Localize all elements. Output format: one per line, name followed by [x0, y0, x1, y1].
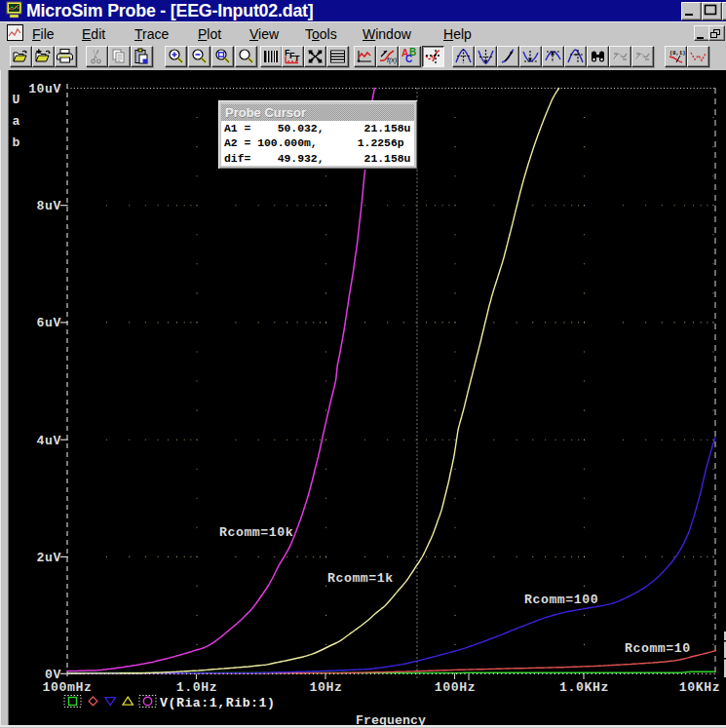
svg-text:Rcomm=10: Rcomm=10	[625, 641, 691, 656]
svg-text:Rcomm=1k: Rcomm=1k	[327, 571, 394, 586]
svg-text:(0,1): (0,1)	[669, 50, 685, 57]
svg-text:a: a	[13, 114, 20, 129]
svg-text:U: U	[13, 93, 20, 107]
svg-text:10Hz: 10Hz	[310, 680, 343, 695]
svg-text:10KHz: 10KHz	[679, 680, 720, 695]
svg-text:Rcomm=100: Rcomm=100	[524, 593, 598, 607]
svg-text:6uV: 6uV	[37, 316, 61, 330]
svg-text:100Hz: 100Hz	[435, 680, 476, 695]
svg-text:1.0KHz: 1.0KHz	[559, 680, 609, 695]
svg-text:f(x): f(x)	[387, 57, 397, 64]
svg-text:T: T	[294, 54, 300, 63]
svg-text:1.0Hz: 1.0Hz	[176, 680, 217, 695]
svg-text:8uV: 8uV	[37, 199, 61, 213]
svg-text:V(Ria:1,Rib:1): V(Ria:1,Rib:1)	[160, 696, 276, 710]
svg-text:C: C	[405, 54, 412, 64]
svg-text:b: b	[13, 135, 20, 150]
svg-text:2uV: 2uV	[37, 551, 61, 565]
svg-text:10uV: 10uV	[28, 82, 61, 96]
svg-text:100mHz: 100mHz	[43, 680, 93, 695]
svg-text:Rcomm=10k: Rcomm=10k	[219, 525, 293, 540]
svg-text:4uV: 4uV	[37, 434, 61, 448]
